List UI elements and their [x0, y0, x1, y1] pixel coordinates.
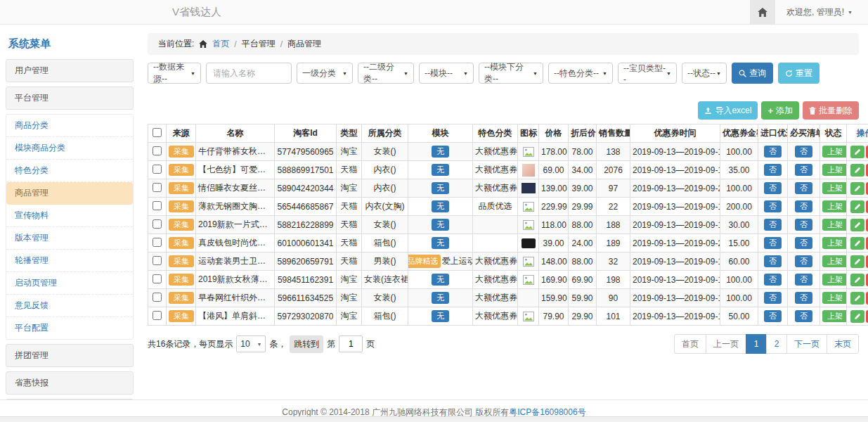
sidebar-item-platform-management[interactable]: 平台管理 [6, 87, 134, 110]
row-checkbox[interactable] [153, 219, 162, 229]
delete-button[interactable] [866, 164, 868, 177]
import-select-toggle[interactable]: 否 [764, 255, 782, 267]
filter-select-6[interactable]: --状态--▼ [682, 63, 727, 84]
delete-button[interactable] [866, 255, 868, 268]
edit-button[interactable] [850, 219, 864, 231]
filter-select-2[interactable]: --模块--▼ [419, 63, 474, 84]
status-toggle[interactable]: 上架 [822, 255, 847, 267]
batch-delete-button[interactable]: 批量删除 [803, 101, 859, 120]
status-toggle[interactable]: 上架 [822, 310, 847, 322]
sidebar-subitem-0[interactable]: 商品分类 [6, 115, 133, 137]
edit-button[interactable] [850, 200, 864, 213]
edit-button[interactable] [850, 310, 864, 323]
edit-button[interactable] [850, 146, 864, 158]
status-toggle[interactable]: 上架 [822, 146, 847, 158]
sidebar-subitem-1[interactable]: 模块商品分类 [6, 137, 133, 160]
status-toggle[interactable]: 上架 [822, 219, 847, 231]
row-checkbox[interactable] [153, 146, 162, 155]
page-button-下一页[interactable]: 下一页 [786, 334, 827, 354]
must-buy-toggle[interactable]: 否 [795, 274, 812, 286]
select-all-checkbox[interactable] [153, 128, 162, 137]
must-buy-toggle[interactable]: 否 [795, 255, 812, 267]
delete-button[interactable] [866, 310, 868, 323]
home-button[interactable] [750, 0, 775, 24]
import-select-toggle[interactable]: 否 [764, 146, 782, 158]
delete-button[interactable] [866, 200, 868, 213]
filter-select-3[interactable]: --模块下分类--▼ [479, 63, 543, 84]
page-button-末页[interactable]: 末页 [827, 334, 859, 354]
import-select-toggle[interactable]: 否 [764, 310, 782, 322]
status-toggle[interactable]: 上架 [822, 292, 847, 304]
row-checkbox[interactable] [153, 183, 162, 192]
import-select-toggle[interactable]: 否 [764, 182, 782, 194]
import-select-toggle[interactable]: 否 [764, 200, 782, 212]
must-buy-toggle[interactable]: 否 [795, 292, 812, 304]
must-buy-toggle[interactable]: 否 [795, 146, 812, 158]
page-button-1[interactable]: 1 [746, 334, 767, 354]
sidebar-subitem-3[interactable]: 商品管理 [6, 182, 133, 205]
edit-button[interactable] [850, 237, 864, 250]
edit-button[interactable] [850, 164, 864, 177]
import-excel-button[interactable]: 导入excel [698, 101, 758, 120]
sidebar-subitem-5[interactable]: 版本管理 [6, 227, 133, 250]
edit-button[interactable] [850, 255, 864, 268]
row-checkbox[interactable] [153, 201, 162, 210]
sidebar-item-1[interactable]: 省惠快报 [6, 371, 134, 395]
delete-button[interactable] [866, 219, 868, 231]
filter-select-data-source[interactable]: --数据来源--▼ [148, 63, 201, 84]
status-toggle[interactable]: 上架 [822, 182, 847, 194]
must-buy-toggle[interactable]: 否 [795, 237, 812, 249]
edit-button[interactable] [850, 274, 864, 286]
add-button[interactable]: + 添加 [761, 101, 799, 120]
per-page-select[interactable]: 10 ▼ [236, 335, 266, 352]
page-button-上一页[interactable]: 上一页 [706, 334, 746, 354]
reset-button[interactable]: 重置 [778, 63, 820, 84]
import-select-toggle[interactable]: 否 [764, 164, 782, 176]
sidebar-item-user-management[interactable]: 用户管理 [6, 59, 134, 82]
page-button-2[interactable]: 2 [766, 334, 787, 354]
row-checkbox[interactable] [153, 311, 162, 320]
filter-select-5[interactable]: --宝贝类型--▼ [618, 63, 677, 84]
import-select-toggle[interactable]: 否 [764, 292, 782, 304]
page-number-input[interactable] [339, 335, 363, 352]
search-button[interactable]: 查询 [732, 63, 773, 84]
edit-button[interactable] [850, 292, 864, 305]
name-search-input[interactable] [206, 63, 292, 84]
status-toggle[interactable]: 上架 [822, 164, 847, 176]
filter-select-0[interactable]: 一级分类▼ [297, 63, 353, 84]
breadcrumb-home-link[interactable]: 首页 [212, 38, 229, 50]
delete-button[interactable] [866, 182, 868, 195]
must-buy-toggle[interactable]: 否 [795, 200, 812, 212]
sidebar-subitem-4[interactable]: 宣传物料 [6, 205, 133, 227]
must-buy-toggle[interactable]: 否 [795, 219, 812, 231]
filter-select-4[interactable]: --特色分类--▼ [548, 63, 613, 84]
delete-button[interactable] [866, 274, 868, 286]
delete-button[interactable] [866, 146, 868, 158]
status-toggle[interactable]: 上架 [822, 200, 847, 212]
sidebar-subitem-6[interactable]: 轮播管理 [6, 250, 133, 272]
delete-button[interactable] [866, 292, 868, 305]
import-select-toggle[interactable]: 否 [764, 237, 782, 249]
must-buy-toggle[interactable]: 否 [795, 310, 812, 322]
user-menu[interactable]: 欢迎您, 管理员! ▼ [775, 6, 868, 18]
status-toggle[interactable]: 上架 [822, 274, 847, 286]
import-select-toggle[interactable]: 否 [764, 219, 782, 231]
edit-button[interactable] [850, 182, 864, 195]
filter-select-1[interactable]: --二级分类--▼ [358, 63, 414, 84]
row-checkbox[interactable] [153, 256, 162, 265]
must-buy-toggle[interactable]: 否 [795, 182, 812, 194]
row-checkbox[interactable] [153, 238, 162, 247]
status-toggle[interactable]: 上架 [822, 237, 847, 249]
sidebar-item-0[interactable]: 拼团管理 [6, 344, 134, 367]
row-checkbox[interactable] [153, 274, 162, 283]
must-buy-toggle[interactable]: 否 [795, 164, 812, 176]
sidebar-subitem-7[interactable]: 启动页管理 [6, 272, 133, 295]
sidebar-subitem-9[interactable]: 平台配置 [6, 317, 133, 339]
delete-button[interactable] [866, 237, 868, 250]
row-checkbox[interactable] [153, 165, 162, 174]
icp-link[interactable]: 粤ICP备16098006号 [509, 407, 585, 417]
row-checkbox[interactable] [153, 293, 162, 302]
import-select-toggle[interactable]: 否 [764, 274, 782, 286]
sidebar-subitem-2[interactable]: 特色分类 [6, 160, 133, 182]
sidebar-subitem-8[interactable]: 意见反馈 [6, 295, 133, 317]
